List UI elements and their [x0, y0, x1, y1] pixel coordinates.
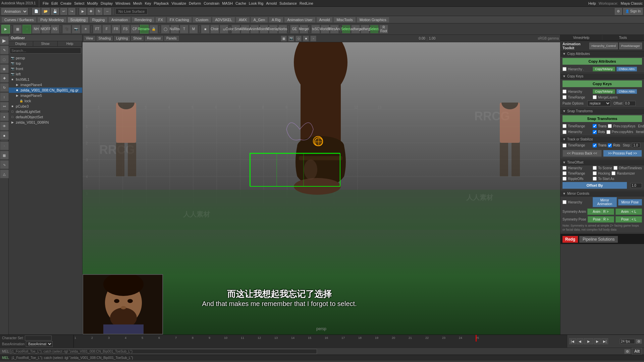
- list-item[interactable]: □ defaultObjectSet: [9, 114, 82, 120]
- to-scene-check[interactable]: [593, 166, 597, 170]
- tab-anim-user[interactable]: Animation User: [284, 17, 315, 23]
- tab-rendering[interactable]: Rendering: [131, 17, 155, 23]
- to-hierarchy-check[interactable]: [562, 166, 567, 170]
- cluster-btn[interactable]: ■: [201, 25, 210, 34]
- anim-r-btn[interactable]: Anim : R >: [587, 208, 614, 215]
- adfwrg-btn[interactable]: adfwrg: [351, 25, 360, 34]
- fr-btn[interactable]: FR: [112, 25, 120, 34]
- menu-arnold[interactable]: Arnold: [266, 1, 277, 5]
- new-btn[interactable]: 📄: [32, 8, 40, 15]
- anim-joint-btn[interactable]: AnimM: [250, 25, 259, 34]
- menu-mash[interactable]: MASH: [222, 1, 233, 5]
- mirror-controls-header[interactable]: ▼ Mirror Controls: [560, 191, 644, 196]
- to-hocking-check[interactable]: [593, 171, 597, 175]
- paste-mode-dropdown[interactable]: replace insert merge: [587, 101, 611, 106]
- copy-attrs-copy-to-many-btn[interactable]: CopyToMany: [593, 67, 615, 71]
- vp-show-btn[interactable]: Show: [131, 36, 144, 41]
- mirror-hierarchy-check[interactable]: [562, 200, 567, 204]
- process-back-btn[interactable]: << Process Back <<: [562, 150, 602, 157]
- char-btn[interactable]: Chstr: [210, 25, 219, 34]
- character-set-input[interactable]: [25, 336, 52, 341]
- mirror-pose-btn[interactable]: Mirror Pose: [618, 199, 642, 205]
- menu-redline[interactable]: RedLine: [300, 1, 313, 5]
- sculpt-btn[interactable]: ◉: [0, 64, 9, 73]
- menu-modify[interactable]: Modify: [87, 1, 98, 5]
- menu-display[interactable]: Display: [101, 1, 113, 5]
- show-hide-btn[interactable]: 👁: [0, 122, 9, 130]
- snap-curve-btn[interactable]: ∿: [0, 160, 9, 169]
- joint-m-btn[interactable]: JointM: [260, 25, 268, 34]
- camera-btn[interactable]: 📷: [72, 25, 80, 34]
- menu-mesh[interactable]: Mesh: [133, 1, 142, 5]
- menu-key[interactable]: Key: [145, 1, 151, 5]
- worldb-btn[interactable]: WorldB: [321, 25, 329, 34]
- menu-windows[interactable]: Windows: [115, 1, 130, 5]
- copy-attrs-chbox-btn[interactable]: ChBox Attrs: [616, 67, 637, 71]
- rp-tab-vimeohelp[interactable]: VimeoHelp: [560, 35, 602, 41]
- signin-btn[interactable]: 👤 Sign In: [623, 8, 643, 15]
- m-btn[interactable]: M: [189, 25, 198, 34]
- vp-shading-btn[interactable]: Shading: [97, 36, 113, 41]
- rp-tab-tools[interactable]: Tools: [602, 35, 644, 41]
- tab-n-rig[interactable]: Motion Graphics: [357, 17, 389, 23]
- mergerl-btn[interactable]: Mergel: [300, 25, 308, 34]
- soft-select-btn[interactable]: ♦: [0, 112, 9, 121]
- snap-active-btn[interactable]: ⋅: [22, 25, 31, 34]
- undo-btn[interactable]: ↩: [60, 8, 67, 15]
- nhairs-btn[interactable]: NH: [32, 25, 41, 34]
- settings-btn[interactable]: ⚙: [615, 8, 622, 15]
- vp-smooth-icon[interactable]: ■: [303, 36, 309, 42]
- mel-input[interactable]: [10, 349, 317, 354]
- select-mode-btn[interactable]: ▶: [0, 36, 9, 45]
- menu-create[interactable]: Create: [60, 1, 71, 5]
- scale-btn[interactable]: ↔: [104, 8, 111, 15]
- play-btn[interactable]: ▶: [584, 338, 593, 344]
- tab-curves-surfaces[interactable]: Curves / Surfaces: [1, 17, 37, 23]
- prev-frame-btn[interactable]: ◀: [577, 338, 583, 344]
- select-green-btn[interactable]: Select.: [342, 25, 351, 34]
- fps-input[interactable]: [620, 339, 635, 344]
- menu-look-rig[interactable]: Look Rig: [249, 1, 263, 5]
- menu-deform[interactable]: Deform: [189, 1, 201, 5]
- f-btn[interactable]: F: [102, 25, 111, 34]
- light-btn[interactable]: ☀: [81, 25, 90, 34]
- vp-texture-icon[interactable]: ▫: [310, 36, 316, 42]
- lock-icon-btn[interactable]: 🔒: [149, 25, 158, 34]
- all-masl-btn[interactable]: AllMasl: [241, 25, 250, 34]
- tab-sculpting[interactable]: Sculpting: [67, 17, 89, 23]
- isolate-btn[interactable]: ■: [0, 131, 9, 140]
- save-btn[interactable]: 💾: [51, 8, 59, 15]
- rotate-btn[interactable]: ↻: [96, 8, 102, 15]
- copy-attributes-header[interactable]: ▼ Copy Attributes: [560, 51, 644, 57]
- color-smooth-btn[interactable]: Color:Smooth: [231, 25, 240, 34]
- sphere-btn[interactable]: ◯: [161, 25, 170, 34]
- select2-btn[interactable]: Select.: [370, 25, 379, 34]
- fs-btn[interactable]: FS: [121, 25, 130, 34]
- pose-r-btn[interactable]: Pose : R >: [588, 216, 614, 223]
- tab-arig[interactable]: A Rig: [269, 17, 283, 23]
- menu-select[interactable]: Select: [74, 1, 85, 5]
- nurbsnurbs-btn[interactable]: NuRbs: [170, 25, 179, 34]
- menu-playback[interactable]: Playback: [154, 1, 169, 5]
- copy-keys-btn[interactable]: Copy Keys: [562, 80, 642, 87]
- r-foot-btn[interactable]: R Foot: [379, 25, 388, 34]
- offset-by-btn[interactable]: Offset By: [562, 182, 627, 189]
- tab-agen[interactable]: A_Gen: [251, 17, 268, 23]
- next-frame-btn[interactable]: ▶: [594, 338, 601, 344]
- tl-settings-btn[interactable]: ⚙: [636, 339, 642, 344]
- menu-visualize[interactable]: Visualize: [171, 1, 186, 5]
- ft-btn[interactable]: FT: [93, 25, 102, 34]
- copy-keys-copy-to-many-btn[interactable]: CopyToMany: [593, 89, 615, 94]
- txsc-btn[interactable]: txSC: [311, 25, 320, 34]
- rotate-tool-btn[interactable]: ↻: [0, 83, 9, 92]
- lasso-btn[interactable]: ◌: [0, 55, 9, 64]
- snap-grid-btn[interactable]: ▦: [13, 25, 22, 34]
- list-item[interactable]: 📷 top: [9, 61, 82, 66]
- outliner-tab-show[interactable]: Show: [33, 41, 58, 46]
- vp-renderer-btn[interactable]: Renderer: [145, 36, 163, 41]
- outliner-tab-help[interactable]: Help: [58, 41, 82, 46]
- snap-transforms-btn[interactable]: Snap Transforms: [562, 115, 642, 122]
- copy-keys-mergelayers-check[interactable]: [593, 95, 597, 99]
- overlap-btn[interactable]: Overlap: [269, 25, 278, 34]
- track-rots-check[interactable]: [608, 143, 612, 147]
